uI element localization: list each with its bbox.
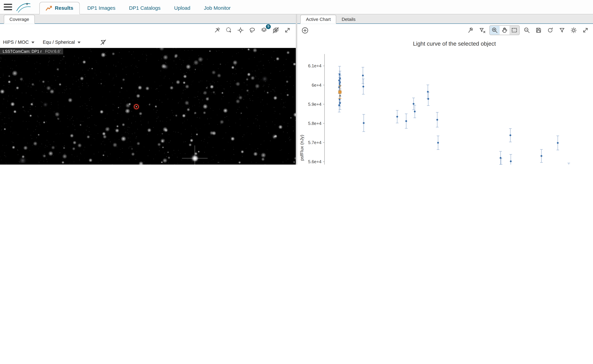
overlays-off-icon[interactable] [271, 26, 280, 35]
recenter-icon[interactable] [236, 26, 245, 35]
chart-settings-gear-icon[interactable] [569, 26, 578, 35]
filter-clear-icon[interactable] [478, 26, 487, 35]
chart-tab-bar: Active Chart Details [297, 14, 593, 24]
sky-viewer[interactable]: LSSTComCam: DP1 r FOV:6.6' EQ-J2000: Cli… [0, 48, 296, 165]
app-window: Results DP1 Images DP1 Catalogs Upload J… [0, 0, 593, 165]
filter-off-icon[interactable] [99, 38, 108, 47]
zoom-mode-group [489, 25, 520, 35]
svg-text:5.8e+4: 5.8e+4 [308, 121, 321, 126]
add-chart-icon[interactable] [300, 26, 309, 35]
image-layer-label: LSSTComCam: DP1 r FOV:6.6' [0, 48, 63, 54]
svg-text:Light curve of the selected ob: Light curve of the selected object [413, 40, 496, 47]
tab-upload[interactable]: Upload [168, 2, 196, 14]
tab-details[interactable]: Details [336, 15, 361, 23]
expand-chart-icon[interactable] [581, 26, 590, 35]
app-tab-bar: Results DP1 Images DP1 Catalogs Upload J… [39, 0, 237, 14]
filter-chart-icon[interactable] [557, 26, 566, 35]
marquee-select-icon[interactable] [510, 26, 519, 35]
svg-text:psfFlux (nJy): psfFlux (nJy) [299, 135, 304, 161]
light-curve-chart[interactable]: Light curve of the selected object5.2e+4… [298, 37, 591, 165]
tools-icon[interactable] [213, 26, 222, 35]
menu-button[interactable] [4, 4, 12, 10]
coverage-tab-bar: Coverage [0, 14, 296, 24]
coverage-panel: Coverage 9 [0, 14, 296, 165]
tab-job-monitor[interactable]: Job Monitor [198, 2, 237, 14]
object-marker[interactable] [134, 104, 139, 109]
svg-text:5.9e+4: 5.9e+4 [308, 102, 321, 107]
svg-text:5.6e+4: 5.6e+4 [308, 159, 321, 164]
results-chart-icon [46, 5, 52, 11]
select-area-icon[interactable] [224, 26, 233, 35]
zoom-original-icon[interactable]: 1x [522, 26, 531, 35]
zoom-in-icon[interactable] [490, 26, 500, 35]
expand-icon[interactable] [283, 26, 292, 35]
tab-dp1-catalogs[interactable]: DP1 Catalogs [123, 2, 167, 14]
coordinate-system-dropdown[interactable]: Equ / Spherical [43, 40, 80, 45]
pin-chart-icon[interactable] [466, 26, 475, 35]
svg-text:5.7e+4: 5.7e+4 [308, 140, 321, 145]
tab-results-label: Results [55, 5, 73, 11]
tab-results[interactable]: Results [39, 2, 80, 14]
app-logo [15, 1, 32, 13]
chart-toolbar: 1x [297, 24, 593, 37]
sky-image[interactable] [0, 48, 296, 165]
layers-count-badge: 9 [266, 24, 271, 29]
tab-coverage[interactable]: Coverage [4, 15, 35, 24]
chevron-down-icon [78, 41, 80, 43]
main-area: Coverage 9 [0, 14, 593, 165]
app-header: Results DP1 Images DP1 Catalogs Upload J… [0, 0, 593, 14]
svg-text:6e+4: 6e+4 [312, 83, 321, 87]
save-chart-icon[interactable] [534, 26, 543, 35]
coverage-controls: HiPS / MOC Equ / Spherical [0, 37, 296, 48]
restore-chart-icon[interactable] [546, 26, 555, 35]
lasso-icon[interactable] [248, 26, 257, 35]
chart-panel: Active Chart Details [297, 14, 593, 165]
fov-label: FOV:6.6' [45, 49, 60, 54]
svg-text:6.1e+4: 6.1e+4 [308, 63, 321, 68]
tab-active-chart[interactable]: Active Chart [300, 15, 336, 24]
layers-icon[interactable]: 9 [259, 26, 268, 35]
pan-icon[interactable] [500, 26, 509, 35]
svg-text:1x: 1x [525, 29, 527, 31]
coverage-toolbar: 9 [0, 24, 296, 37]
tab-dp1-images[interactable]: DP1 Images [81, 2, 121, 14]
chevron-down-icon [32, 41, 34, 43]
layer-name: LSSTComCam: DP1 r [3, 49, 42, 54]
hips-moc-dropdown[interactable]: HiPS / MOC [3, 40, 34, 45]
